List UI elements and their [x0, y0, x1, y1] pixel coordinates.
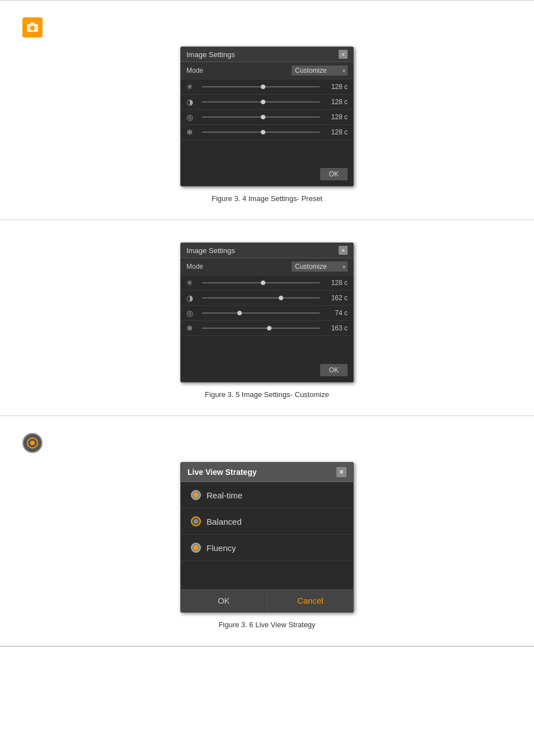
- slider-row-3: ◎ 128 c: [181, 110, 353, 125]
- lv-ok-button[interactable]: OK: [181, 589, 268, 612]
- slider-track-4[interactable]: [202, 132, 320, 133]
- lv-close-button[interactable]: ×: [336, 467, 346, 477]
- mode-select-wrapper[interactable]: Customize: [292, 66, 348, 76]
- fluency-label: Fluency: [207, 543, 236, 553]
- sharpness-icon: ❄: [186, 128, 196, 137]
- preset-dialog-wrapper: Image Settings × Mode Customize ✳ 128 c: [22, 46, 512, 203]
- customize-dialog-wrapper: Image Settings × Mode Customize ✳ 128 c: [22, 242, 512, 399]
- section-live-view-strategy: Live View Strategy × Real-time Balanced …: [0, 416, 534, 646]
- figure-caption-2: Figure 3. 5 Image Settings- Customize: [205, 390, 329, 399]
- slider-value-c4: 163 c: [325, 324, 348, 332]
- hue-icon: ◎: [186, 113, 196, 122]
- slider-value-1: 128 c: [325, 83, 348, 91]
- slider-row-1: ✳ 128 c: [181, 80, 353, 95]
- dialog-footer: OK: [181, 162, 353, 186]
- camera-icon: [22, 17, 43, 38]
- mode-label: Mode: [186, 67, 203, 74]
- balanced-option-row[interactable]: Balanced: [181, 508, 353, 535]
- slider-track-c3[interactable]: [202, 312, 320, 314]
- contrast-icon-c: ◑: [186, 293, 196, 302]
- svg-point-1: [30, 26, 35, 30]
- slider-value-3: 128 c: [325, 113, 348, 121]
- image-settings-preset-dialog: Image Settings × Mode Customize ✳ 128 c: [180, 46, 354, 186]
- contrast-icon: ◑: [186, 97, 196, 106]
- svg-rect-3: [35, 25, 37, 26]
- slider-thumb-c3[interactable]: [237, 311, 242, 315]
- figure-caption-3: Figure 3. 6 Live View Strategy: [218, 620, 315, 629]
- slider-row-c3: ◎ 74 c: [181, 306, 353, 321]
- slider-thumb-c4[interactable]: [267, 326, 271, 330]
- section-image-settings-preset: Image Settings × Mode Customize ✳ 128 c: [0, 1, 534, 220]
- brightness-icon: ✳: [186, 82, 196, 91]
- brightness-icon-c: ✳: [186, 278, 196, 287]
- slider-track-c4[interactable]: [202, 328, 320, 329]
- sharpness-icon-c: ❄: [186, 324, 196, 333]
- slider-track-c2[interactable]: [202, 297, 320, 298]
- realtime-radio[interactable]: [191, 490, 201, 500]
- slider-track-2[interactable]: [202, 101, 320, 102]
- ok-button[interactable]: OK: [320, 168, 348, 180]
- figure-caption-1: Figure 3. 4 Image Settings- Preset: [212, 194, 322, 203]
- mode-label-2: Mode: [186, 263, 203, 270]
- ok-button-2[interactable]: OK: [320, 364, 348, 376]
- dialog-close-button[interactable]: ×: [339, 50, 348, 59]
- slider-row-c4: ❄ 163 c: [181, 321, 353, 336]
- slider-row-c1: ✳ 128 c: [181, 276, 353, 291]
- dialog-footer-2: OK: [181, 358, 353, 382]
- lv-action-buttons: OK Cancel: [181, 589, 353, 612]
- slider-thumb-c1[interactable]: [261, 281, 265, 285]
- lv-dialog-title: Live View Strategy: [188, 468, 256, 477]
- mode-row: Mode Customize: [181, 62, 353, 80]
- mode-select-2[interactable]: Customize: [292, 262, 348, 272]
- lv-cancel-button[interactable]: Cancel: [268, 589, 354, 612]
- balanced-label: Balanced: [207, 517, 242, 526]
- mode-select-wrapper-2[interactable]: Customize: [292, 262, 348, 272]
- slider-track-c1[interactable]: [202, 282, 320, 283]
- live-view-strategy-dialog: Live View Strategy × Real-time Balanced …: [180, 462, 354, 613]
- slider-thumb-4[interactable]: [261, 130, 265, 134]
- slider-thumb-1[interactable]: [261, 85, 265, 89]
- slider-value-c3: 74 c: [325, 309, 348, 317]
- slider-thumb-c2[interactable]: [279, 296, 283, 300]
- live-view-icon: [22, 433, 43, 453]
- slider-row-4: ❄ 128 c: [181, 125, 353, 140]
- image-settings-customize-dialog: Image Settings × Mode Customize ✳ 128 c: [180, 242, 354, 382]
- hue-icon-c: ◎: [186, 309, 196, 318]
- realtime-label: Real-time: [207, 491, 242, 500]
- slider-value-c2: 162 c: [325, 294, 348, 302]
- mode-row-2: Mode Customize: [181, 258, 353, 276]
- slider-row-2: ◑ 128 c: [181, 95, 353, 110]
- fluency-option-row[interactable]: Fluency: [181, 535, 353, 561]
- dialog-titlebar: Image Settings ×: [181, 47, 353, 62]
- slider-thumb-3[interactable]: [261, 115, 265, 119]
- slider-row-c2: ◑ 162 c: [181, 291, 353, 306]
- svg-rect-2: [30, 22, 35, 25]
- lv-titlebar: Live View Strategy ×: [181, 463, 353, 482]
- mode-select[interactable]: Customize: [292, 66, 348, 76]
- slider-value-2: 128 c: [325, 98, 348, 106]
- balanced-radio[interactable]: [191, 516, 201, 526]
- live-view-dialog-wrapper: Live View Strategy × Real-time Balanced …: [22, 462, 512, 629]
- dialog-title-2: Image Settings: [186, 246, 235, 255]
- image-settings-icon-area: [22, 17, 512, 38]
- dialog-close-button-2[interactable]: ×: [339, 246, 348, 255]
- dialog-titlebar-2: Image Settings ×: [181, 243, 353, 258]
- slider-value-c1: 128 c: [325, 279, 348, 287]
- dialog-title: Image Settings: [186, 50, 235, 59]
- svg-point-5: [30, 441, 35, 445]
- section-image-settings-customize: Image Settings × Mode Customize ✳ 128 c: [0, 220, 534, 416]
- slider-thumb-2[interactable]: [261, 100, 265, 104]
- fluency-radio[interactable]: [191, 543, 201, 553]
- realtime-option-row[interactable]: Real-time: [181, 482, 353, 508]
- slider-track-3[interactable]: [202, 116, 320, 118]
- slider-value-4: 128 c: [325, 128, 348, 136]
- live-view-icon-area: [22, 433, 512, 453]
- lv-spacer: [181, 561, 353, 589]
- slider-track-1[interactable]: [202, 86, 320, 87]
